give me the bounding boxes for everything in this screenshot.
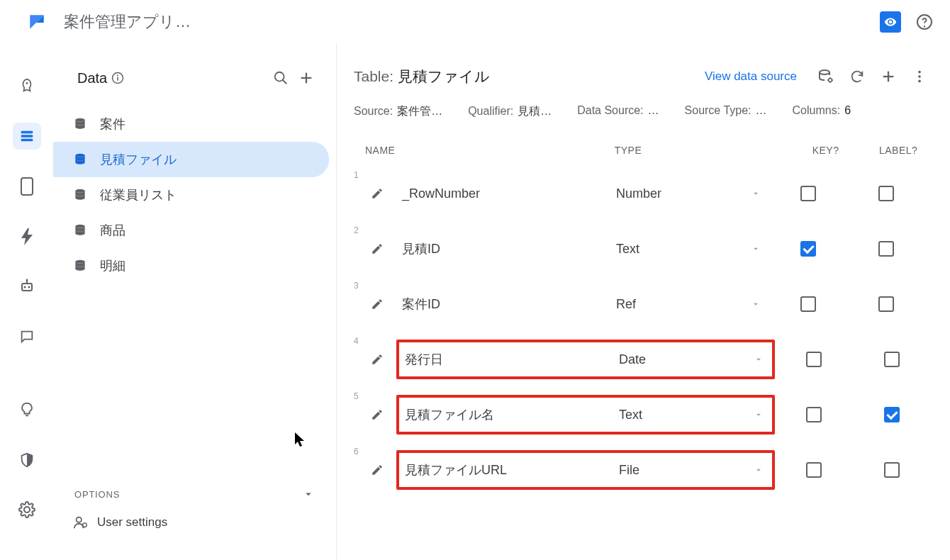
chevron-down-icon [754,465,764,475]
svg-rect-2 [21,135,33,138]
column-name[interactable]: 見積ファイルURL [399,461,619,478]
row-number: 2 [354,225,359,235]
table-item-label: 商品 [100,222,125,239]
header-key[interactable]: KEY? [788,145,864,156]
label-checkbox[interactable] [884,407,900,422]
column-row: 6見積ファイルURLFile [354,442,933,498]
edit-column-button[interactable] [371,187,396,200]
database-icon [73,117,87,131]
edit-column-button[interactable] [371,464,396,476]
rail-security[interactable] [13,446,41,474]
options-label: OPTIONS [74,489,120,500]
edit-column-button[interactable] [371,353,396,366]
more-button[interactable] [906,63,933,90]
plus-icon [298,70,314,86]
rail-settings[interactable] [13,496,41,524]
edit-column-button[interactable] [371,298,396,310]
label-checkbox[interactable] [878,186,894,201]
user-settings-link[interactable]: User settings [67,506,322,539]
table-item[interactable]: 見積ファイル [53,142,329,177]
row-number: 3 [354,281,359,291]
add-column-button[interactable] [875,63,902,90]
mouse-cursor-icon [295,432,306,448]
view-data-source-link[interactable]: View data source [705,69,797,84]
appsheet-logo [26,11,48,33]
help-button[interactable] [910,8,939,36]
edit-column-button[interactable] [371,408,396,421]
app-title: 案件管理アプリ… [64,11,191,33]
gear-icon [18,501,35,518]
key-checkbox[interactable] [806,407,822,422]
svg-point-25 [829,78,832,82]
meta-columns: Columns:6 [793,104,851,119]
search-icon [273,70,289,86]
column-name[interactable]: 見積ID [396,240,616,257]
column-row: 1_RowNumberNumber [354,166,933,221]
label-checkbox[interactable] [878,241,894,257]
database-icon [73,188,87,202]
rail-data[interactable] [13,123,41,150]
rail-intelligence[interactable] [13,396,41,423]
meta-data-source[interactable]: Data Source:… [577,104,659,119]
column-type-select[interactable]: Text [616,242,769,257]
header-name[interactable]: NAME [365,145,615,156]
table-item[interactable]: 商品 [53,213,336,248]
add-table-button[interactable] [294,65,319,91]
database-icon [73,259,87,273]
table-item-label: 明細 [100,257,125,274]
content-area: Table: 見積ファイル View data source Source:案件… [337,44,950,560]
table-list: 案件見積ファイル従業員リスト商品明細 [53,99,336,284]
rail-automation[interactable] [13,273,41,301]
column-type-select[interactable]: Text [619,408,772,422]
meta-source[interactable]: Source:案件管… [354,104,442,119]
header-label[interactable]: LABEL? [864,145,933,156]
shield-icon [19,452,35,468]
table-item[interactable]: 明細 [53,248,336,284]
key-checkbox[interactable] [800,186,816,201]
column-type-select[interactable]: Number [616,186,769,201]
svg-rect-5 [22,284,32,291]
data-sidebar: Data 案件見積ファイル従業員リスト商品明細 OPTIONS User set… [53,44,337,560]
options-toggle[interactable]: OPTIONS [67,482,322,506]
key-checkbox[interactable] [800,241,816,257]
topbar: 案件管理アプリ… [0,0,950,44]
datasource-settings-button[interactable] [812,63,839,90]
search-tables-button[interactable] [268,65,294,91]
meta-qualifier[interactable]: Qualifier:見積… [468,104,552,119]
rail-home[interactable] [13,72,41,100]
column-name[interactable]: _RowNumber [396,186,616,201]
column-type-select[interactable]: Ref [616,297,769,312]
svg-point-18 [75,154,84,157]
header-type[interactable]: TYPE [615,145,788,156]
key-checkbox[interactable] [806,352,822,367]
column-name[interactable]: 見積ファイル名 [399,406,619,423]
label-checkbox[interactable] [878,296,894,312]
svg-rect-1 [21,131,33,134]
table-item[interactable]: 従業員リスト [53,177,336,213]
key-checkbox[interactable] [800,296,816,312]
rail-chat[interactable] [13,323,41,351]
meta-source-type[interactable]: Source Type:… [685,104,767,119]
edit-column-button[interactable] [371,242,396,255]
user-settings-icon [73,515,89,530]
sidebar-title: Data [77,70,107,86]
table-item[interactable]: 案件 [53,106,336,142]
column-name[interactable]: 発行日 [399,351,619,368]
rail-actions[interactable] [13,223,41,250]
info-icon[interactable] [111,72,124,84]
preview-button[interactable] [876,8,905,36]
chat-icon [19,329,35,345]
column-type-select[interactable]: Date [619,352,772,367]
database-gear-icon [817,68,834,85]
key-checkbox[interactable] [806,462,822,478]
rail-views[interactable] [13,172,41,200]
column-row: 3案件IDRef [354,276,933,332]
svg-point-24 [820,70,829,74]
column-type-select[interactable]: File [619,463,772,478]
svg-rect-11 [118,77,119,81]
label-checkbox[interactable] [884,352,900,367]
column-name[interactable]: 案件ID [396,296,616,313]
regenerate-button[interactable] [844,63,871,90]
table-header: Table: 見積ファイル [354,67,490,86]
label-checkbox[interactable] [884,462,900,478]
